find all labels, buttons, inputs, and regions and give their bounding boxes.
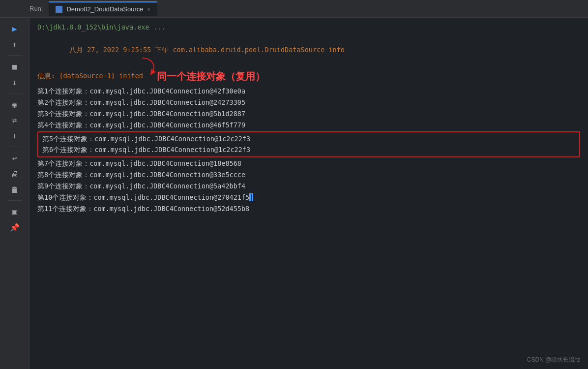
toolbar-separator-3 [7,147,22,147]
top-bar: Run: Demo02_DruidDataSource × [0,0,588,18]
watermark: CSDN @绿水长流*z [527,356,580,364]
print-button[interactable]: 🖨 [6,167,24,181]
connection-line-2: 第2个连接对象：com.mysql.jdbc.JDBC4Connection@2… [37,97,580,108]
main-container: ▶ ↑ ■ ↓ ◉ ⇄ ⬇ ↩ 🖨 🗑 ▣ 📌 D:\jdk1.8.0_152\… [0,18,588,369]
connection-line-3: 第3个连接对象：com.mysql.jdbc.JDBC4Connection@5… [37,108,580,120]
connection-line-8: 第8个连接对象：com.mysql.jdbc.JDBC4Connection@3… [37,169,580,181]
clear-button[interactable]: 🗑 [6,183,24,196]
screenshot-button[interactable]: ◉ [6,97,24,111]
connection-line-6: 第6个连接对象：com.mysql.jdbc.JDBC4Connection@1… [38,144,579,155]
rerun-button[interactable]: ⇄ [6,113,24,127]
scroll-up-button[interactable]: ↑ [6,37,24,51]
java-path-line: D:\jdk1.8.0_152\bin\java.exe ... [37,22,580,33]
connection-line-11: 第11个连接对象：com.mysql.jdbc.JDBC4Connection@… [37,203,580,215]
console-output: D:\jdk1.8.0_152\bin\java.exe ... 八月 27, … [29,18,588,369]
annotation-text: 同一个连接对象（复用） [157,71,265,82]
info-annotation-row: 信息: {dataSource-1} inited 同一个连接对象（复用） [37,67,580,86]
left-toolbar: ▶ ↑ ■ ↓ ◉ ⇄ ⬇ ↩ 🖨 🗑 ▣ 📌 [0,18,29,369]
connection-line-5: 第5个连接对象：com.mysql.jdbc.JDBC4Connection@1… [38,133,579,145]
connection-line-7: 第7个连接对象：com.mysql.jdbc.JDBC4Connection@1… [37,158,580,169]
connection-line-4: 第4个连接对象：com.mysql.jdbc.JDBC4Connection@4… [37,120,580,131]
tab-title: Demo02_DruidDataSource [66,5,143,13]
download-button[interactable]: ⬇ [6,129,24,143]
tab-icon [56,6,62,13]
connection-line-1: 第1个连接对象：com.mysql.jdbc.JDBC4Connection@4… [37,86,580,97]
run-tab[interactable]: Demo02_DruidDataSource × [49,1,157,16]
toolbar-separator-1 [7,55,22,56]
run-button[interactable]: ▶ [6,22,24,35]
toolbar-separator-4 [7,200,22,201]
timestamp-text: 八月 27, 2022 9:25:55 下午 com.alibaba.druid… [37,33,345,67]
scroll-down-button[interactable]: ↓ [6,75,24,89]
tab-close-button[interactable]: × [147,6,150,12]
connection-line-9: 第9个连接对象：com.mysql.jdbc.JDBC4Connection@5… [37,181,580,192]
toolbar-separator-2 [7,93,22,93]
info-text: 信息: {dataSource-1} inited [37,70,143,82]
run-label: Run: [29,5,43,12]
boxed-section: 第5个连接对象：com.mysql.jdbc.JDBC4Connection@1… [37,131,580,158]
connection-line-10: 第10个连接对象：com.mysql.jdbc.JDBC4Connection@… [37,192,580,203]
jump-button[interactable]: ↩ [6,151,24,165]
pin-button[interactable]: 📌 [6,220,24,234]
layout-button[interactable]: ▣ [6,205,24,218]
timestamp-line: 八月 27, 2022 9:25:55 下午 com.alibaba.druid… [37,33,580,67]
stop-button[interactable]: ■ [6,60,24,73]
java-path-text: D:\jdk1.8.0_152\bin\java.exe ... [37,22,165,33]
